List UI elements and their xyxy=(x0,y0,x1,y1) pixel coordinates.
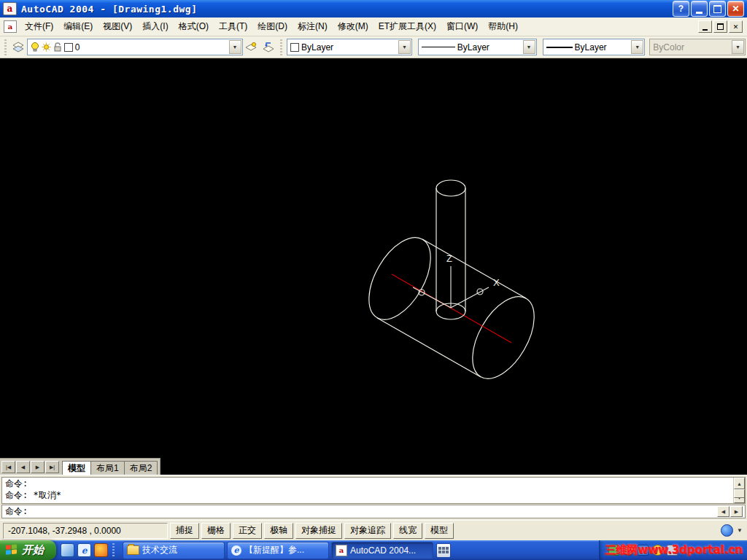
layer-combo[interactable]: 0 ▼ xyxy=(27,39,243,55)
mdi-window-buttons: ✕ xyxy=(698,20,745,33)
ie-icon: e xyxy=(231,545,241,556)
tab-layout1[interactable]: 布局1 xyxy=(90,461,125,475)
statusbar-menu-arrow-icon[interactable]: ▼ xyxy=(737,527,743,534)
start-button-label: 开始 xyxy=(22,543,44,557)
mdi-close-button[interactable]: ✕ xyxy=(729,20,743,33)
show-desktop-icon[interactable] xyxy=(61,543,74,557)
color-combo[interactable]: ByLayer ▼ xyxy=(287,39,412,55)
menu-file[interactable]: 文件(F) xyxy=(20,18,58,36)
help-button[interactable]: ? xyxy=(673,1,689,17)
taskbar-item-label: 技术交流 xyxy=(142,544,177,556)
menu-modify[interactable]: 修改(M) xyxy=(333,18,374,36)
toggle-grid[interactable]: 栅格 xyxy=(201,523,231,539)
taskbar: 开始 e 技术交流 e 【新提醒】参... a AutoCAD 2004... xyxy=(0,540,747,560)
linetype-combo-arrow-icon[interactable]: ▼ xyxy=(523,40,535,54)
menu-dimension[interactable]: 标注(N) xyxy=(293,18,333,36)
close-button[interactable]: ✕ xyxy=(727,1,744,17)
taskbar-item-autocad[interactable]: a AutoCAD 2004... xyxy=(331,542,433,559)
mdi-minimize-button[interactable] xyxy=(698,20,712,33)
tray-icon-gray[interactable] xyxy=(667,545,678,556)
menu-format[interactable]: 格式(O) xyxy=(174,18,214,36)
plotstyle-combo-arrow-icon: ▼ xyxy=(732,40,744,54)
language-bar-icon[interactable] xyxy=(436,543,451,558)
media-player-icon[interactable] xyxy=(94,543,108,557)
tray-icon-green[interactable] xyxy=(608,545,619,556)
layer-previous-button[interactable] xyxy=(260,38,277,57)
menu-window[interactable]: 窗口(W) xyxy=(441,18,483,36)
communication-center-icon[interactable] xyxy=(721,524,733,537)
toggle-polar[interactable]: 极轴 xyxy=(264,523,293,539)
tab-next-button[interactable]: ▶ xyxy=(31,461,44,473)
menu-edit[interactable]: 编辑(E) xyxy=(58,18,98,36)
properties-toolbar-grip[interactable] xyxy=(280,39,282,55)
linetype-combo[interactable]: ByLayer ▼ xyxy=(418,39,537,55)
command-scrollbar[interactable]: ▲ ▼ xyxy=(733,478,745,503)
minimize-icon xyxy=(696,12,703,14)
command-prompt: 命令: xyxy=(2,505,28,518)
make-layer-current-icon xyxy=(245,42,257,53)
minimize-button[interactable] xyxy=(691,1,708,17)
plotstyle-combo: ByColor ▼ xyxy=(649,39,746,55)
tab-navigation: |◀ ◀ ▶ ▶| xyxy=(1,461,60,473)
color-combo-arrow-icon[interactable]: ▼ xyxy=(398,40,411,54)
tab-first-button[interactable]: |◀ xyxy=(1,461,15,473)
scroll-right-button[interactable]: ▶ xyxy=(730,506,743,517)
titlebar: a AutoCAD 2004 - [Drawing1.dwg] ? ✕ xyxy=(0,0,747,18)
menu-tools[interactable]: 工具(T) xyxy=(214,18,252,36)
drawing-document-icon[interactable]: a xyxy=(4,20,17,33)
drawing-canvas[interactable]: Z X |◀ ◀ ▶ ▶| 模型 布局1 布局2 xyxy=(0,58,747,475)
autocad-window: a AutoCAD 2004 - [Drawing1.dwg] ? ✕ a 文件… xyxy=(0,0,747,560)
tab-layout2[interactable]: 布局2 xyxy=(124,461,158,475)
taskbar-item-folder[interactable]: 技术交流 xyxy=(123,542,225,559)
tray-icon-yellow[interactable] xyxy=(652,545,663,556)
tray-icon-red[interactable] xyxy=(623,545,634,556)
layer-color-swatch xyxy=(64,43,73,52)
command-history-line: 命令: *取消* xyxy=(2,489,745,501)
scroll-up-button[interactable]: ▲ xyxy=(734,478,745,489)
toggle-lineweight[interactable]: 线宽 xyxy=(393,523,422,539)
layout-tab-strip: |◀ ◀ ▶ ▶| 模型 布局1 布局2 xyxy=(0,458,160,475)
tab-last-button[interactable]: ▶| xyxy=(45,461,59,473)
current-linetype-value: ByLayer xyxy=(457,42,489,52)
taskbar-item-label: 【新提醒】参... xyxy=(244,544,304,556)
menu-express-tools[interactable]: ET扩展工具(X) xyxy=(374,18,441,36)
lineweight-sample-icon xyxy=(546,47,573,48)
menu-draw[interactable]: 绘图(D) xyxy=(252,18,293,36)
statusbar: -207.1048, -37.2948 , 0.0000 捕捉 栅格 正交 极轴… xyxy=(0,520,747,540)
taskbar-item-browser[interactable]: e 【新提醒】参... xyxy=(227,542,329,559)
internet-explorer-icon[interactable]: e xyxy=(77,543,91,557)
menu-insert[interactable]: 插入(I) xyxy=(137,18,173,36)
layer-combo-arrow-icon[interactable]: ▼ xyxy=(229,40,241,54)
mdi-restore-button[interactable] xyxy=(713,20,727,33)
layer-thaw-sun-icon xyxy=(42,42,51,52)
make-object-layer-current-button[interactable] xyxy=(243,38,260,57)
coordinates-display[interactable]: -207.1048, -37.2948 , 0.0000 xyxy=(3,523,168,539)
command-history[interactable]: 命令: 命令: *取消* ▲ ▼ xyxy=(1,477,746,504)
layer-properties-button[interactable] xyxy=(9,38,27,57)
current-layer-name: 0 xyxy=(75,42,80,52)
lineweight-combo[interactable]: ByLayer ▼ xyxy=(543,39,646,55)
tab-previous-button[interactable]: ◀ xyxy=(16,461,30,473)
scrollbar-thumb[interactable] xyxy=(734,489,745,498)
windows-logo-icon xyxy=(6,544,18,556)
scrollbar-track[interactable] xyxy=(734,489,745,491)
toggle-model-paper[interactable]: 模型 xyxy=(425,523,454,539)
lineweight-combo-arrow-icon[interactable]: ▼ xyxy=(631,40,643,54)
menu-help[interactable]: 帮助(H) xyxy=(483,18,523,36)
toggle-osnap[interactable]: 对象捕捉 xyxy=(295,523,342,539)
command-input-row[interactable]: 命令: ◀ ▶ xyxy=(1,505,746,518)
start-button[interactable]: 开始 xyxy=(0,540,56,560)
autocad-app-icon[interactable]: a xyxy=(3,2,17,15)
scroll-left-button[interactable]: ◀ xyxy=(717,506,729,517)
menu-view[interactable]: 视图(V) xyxy=(98,18,137,36)
layers-toolbar-grip[interactable] xyxy=(4,39,7,55)
tab-model[interactable]: 模型 xyxy=(62,461,91,475)
restore-button[interactable] xyxy=(709,1,726,17)
toggle-ortho[interactable]: 正交 xyxy=(233,523,262,539)
current-lineweight-value: ByLayer xyxy=(575,42,607,52)
toggle-otrack[interactable]: 对象追踪 xyxy=(344,523,391,539)
command-history-line: 命令: xyxy=(2,478,745,489)
ucs-z-label: Z xyxy=(446,253,452,264)
tray-icon-blue[interactable] xyxy=(638,545,649,556)
toggle-snap[interactable]: 捕捉 xyxy=(170,523,199,539)
